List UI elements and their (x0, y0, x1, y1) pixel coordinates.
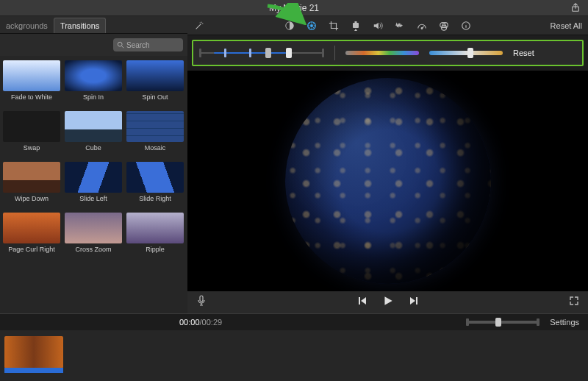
svg-marker-16 (361, 297, 366, 305)
transition-item[interactable]: Mosaic (126, 111, 184, 152)
transition-label: Fade to White (3, 93, 60, 101)
voiceover-icon[interactable] (196, 295, 207, 310)
transition-thumb (65, 162, 122, 193)
timeline-zoom-slider[interactable] (466, 321, 539, 324)
transition-label: Wipe Down (3, 195, 60, 202)
fullscreen-icon[interactable] (569, 296, 579, 309)
preview-content (285, 78, 491, 284)
saturation-slider[interactable] (345, 51, 419, 55)
viewer-toolbar: Reset All (187, 16, 588, 35)
svg-point-2 (118, 42, 122, 46)
transition-label: Slide Left (65, 195, 122, 202)
magic-wand-icon[interactable] (193, 20, 205, 32)
svg-rect-15 (359, 297, 360, 305)
svg-marker-18 (410, 297, 415, 305)
search-input[interactable]: Search (113, 38, 183, 51)
viewer-panel: Reset All (187, 16, 588, 313)
tab-transitions[interactable]: Transitions (54, 18, 106, 33)
transition-thumb (126, 213, 184, 243)
transitions-grid: Fade to WhiteSpin InSpin OutSwapCubeMosa… (0, 56, 187, 313)
browser-sidebar: ackgrounds Transitions Search Fade to Wh… (0, 16, 187, 313)
reset-all-button[interactable]: Reset All (551, 21, 582, 30)
timeline-panel: 00:00 / 00:29 Settings (0, 313, 588, 381)
filters-icon[interactable] (438, 20, 450, 32)
transition-label: Cube (65, 144, 122, 152)
clip-thumbnail (4, 336, 63, 368)
transition-thumb (3, 60, 60, 91)
timecode-current: 00:00 (179, 318, 200, 327)
transition-item[interactable]: Ripple (126, 213, 184, 253)
color-correction-icon[interactable] (306, 20, 318, 32)
transition-item[interactable]: Wipe Down (3, 162, 60, 202)
project-title: My Movie 21 (269, 3, 319, 13)
svg-marker-17 (384, 296, 392, 305)
color-balance-icon[interactable] (284, 20, 295, 32)
speed-icon[interactable] (416, 20, 428, 32)
reset-color-button[interactable]: Reset (513, 49, 534, 57)
transition-thumb (3, 162, 60, 193)
transition-label: Mosaic (126, 144, 184, 152)
svg-point-6 (310, 24, 313, 27)
transition-label: Spin In (65, 93, 122, 101)
svg-rect-8 (354, 21, 356, 23)
transition-item[interactable]: Cube (65, 111, 122, 152)
timeline-header: 00:00 / 00:29 Settings (0, 314, 588, 330)
play-button[interactable] (382, 295, 394, 310)
transition-label: Spin Out (126, 93, 184, 101)
transition-label: Swap (3, 144, 60, 152)
timecode-total: 00:29 (202, 318, 223, 327)
transition-item[interactable]: Spin In (65, 60, 122, 101)
svg-rect-14 (200, 296, 203, 302)
transition-thumb (3, 213, 60, 243)
stabilization-icon[interactable] (350, 20, 362, 32)
transition-thumb (126, 111, 184, 142)
transition-thumb (126, 60, 184, 91)
transition-label: Ripple (126, 246, 184, 253)
transition-item[interactable]: Spin Out (126, 60, 184, 101)
crop-icon[interactable] (328, 20, 340, 32)
transition-item[interactable]: Page Curl Right (3, 213, 60, 253)
transition-thumb (65, 60, 122, 91)
transition-thumb (126, 162, 184, 193)
next-button[interactable] (409, 296, 419, 309)
prev-button[interactable] (357, 296, 368, 309)
search-placeholder: Search (126, 41, 150, 49)
transition-item[interactable]: Cross Zoom (65, 213, 122, 253)
volume-icon[interactable] (372, 20, 384, 32)
tab-backgrounds[interactable]: ackgrounds (0, 18, 54, 33)
timeline-settings-button[interactable]: Settings (550, 318, 579, 327)
svg-line-3 (122, 46, 124, 48)
transition-thumb (3, 111, 60, 142)
share-icon[interactable] (570, 2, 581, 15)
transition-item[interactable]: Slide Left (65, 162, 122, 202)
transition-label: Page Curl Right (3, 246, 60, 253)
timeline-clip[interactable] (4, 336, 63, 368)
browser-tabs: ackgrounds Transitions (0, 16, 187, 34)
noise-reduction-icon[interactable] (394, 20, 406, 32)
svg-rect-19 (416, 297, 417, 305)
playback-controls (187, 291, 588, 313)
transition-label: Slide Right (126, 195, 184, 202)
preview-canvas[interactable] (187, 71, 588, 291)
transition-item[interactable]: Swap (3, 111, 60, 152)
clip-audio-band (4, 368, 63, 373)
exposure-multislider[interactable] (199, 49, 324, 57)
timeline-tracks[interactable] (0, 330, 588, 381)
info-icon[interactable] (460, 20, 472, 32)
svg-rect-7 (353, 23, 359, 28)
window-titlebar: My Movie 21 (0, 0, 588, 16)
transition-item[interactable]: Fade to White (3, 60, 60, 101)
temperature-slider[interactable] (429, 51, 503, 55)
transition-item[interactable]: Slide Right (126, 162, 184, 202)
transition-thumb (65, 111, 122, 142)
color-correction-bar: Reset (192, 40, 584, 66)
transition-label: Cross Zoom (65, 246, 122, 253)
transition-thumb (65, 213, 122, 243)
